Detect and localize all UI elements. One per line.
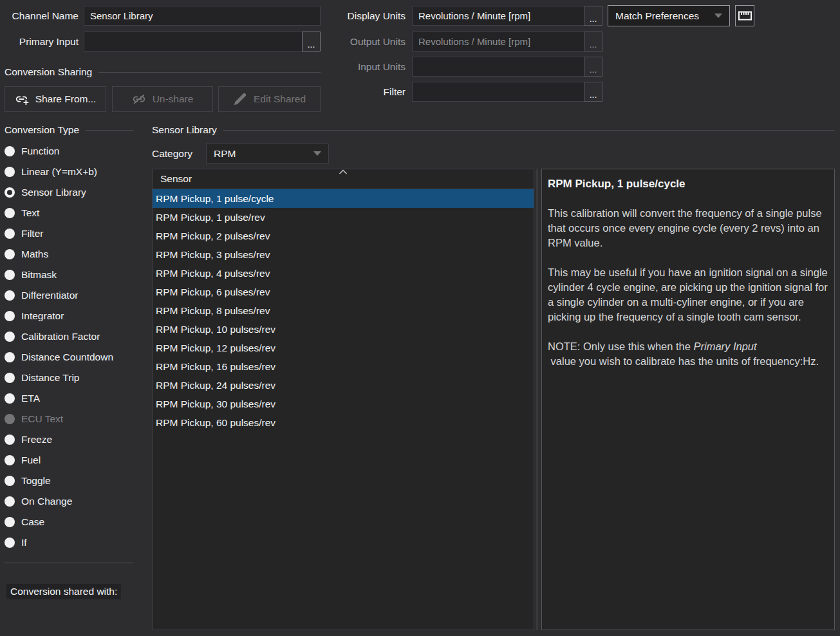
display-units-label: Display Units [325,6,406,26]
conversion-type-option[interactable]: Filter [5,223,146,244]
conversion-type-option[interactable]: ETA [5,388,146,409]
radio-icon [5,270,15,280]
table-row[interactable]: RPM Pickup, 30 pulses/rev [153,395,534,413]
channel-name-input[interactable]: Sensor Library [84,6,321,26]
table-row[interactable]: RPM Pickup, 3 pulses/rev [153,245,534,264]
sensor-column-header[interactable]: Sensor [153,169,534,189]
conversion-type-option[interactable]: Maths [5,244,146,265]
units-ruler-button[interactable] [735,5,754,26]
conversion-type-title: Conversion Type [5,124,79,136]
table-row[interactable]: RPM Pickup, 6 pulses/rev [153,283,534,301]
add-link-icon [15,92,29,106]
input-units-label: Input Units [325,57,406,77]
radio-icon [5,373,15,383]
conversion-type-option-label: Linear (Y=mX+b) [21,166,97,178]
radio-icon [5,290,15,301]
radio-icon [5,249,15,259]
category-dropdown[interactable]: RPM [206,144,329,164]
table-row[interactable]: RPM Pickup, 2 pulses/rev [153,227,534,245]
unshare-button: Un-share [112,86,213,112]
edit-shared-label: Edit Shared [254,93,306,105]
radio-icon [5,435,15,445]
conversion-type-option[interactable]: Calibration Factor [5,326,146,347]
conversion-type-option[interactable]: Freeze [5,429,146,450]
radio-icon [5,167,15,177]
radio-icon [5,352,15,362]
conversion-type-option[interactable]: On Change [5,491,146,512]
table-row[interactable]: RPM Pickup, 8 pulses/rev [153,301,534,320]
display-units-input[interactable]: Revolutions / Minute [rpm] [412,6,584,26]
conversion-type-option-label: Filter [21,228,43,239]
chevron-down-icon [313,151,321,156]
note-prefix: NOTE: Only use this when the [548,341,694,352]
table-row[interactable]: RPM Pickup, 24 pulses/rev [153,376,534,395]
display-units-browse-button[interactable]: ... [584,6,602,26]
table-row[interactable]: RPM Pickup, 1 pulse/cycle [153,189,534,208]
table-row[interactable]: RPM Pickup, 12 pulses/rev [153,339,534,357]
sensor-list: RPM Pickup, 1 pulse/cycleRPM Pickup, 1 p… [153,189,534,432]
primary-input-label: Primary Input [5,32,79,51]
match-preferences-dropdown[interactable]: Match Preferences [608,5,730,26]
table-row[interactable]: RPM Pickup, 60 pulses/rev [153,413,534,432]
conversion-type-option-label: Function [21,145,59,157]
note-suffix: value you wish to calibrate has the unit… [548,355,819,367]
conversion-type-header: Conversion Type [5,124,133,136]
radio-icon [5,311,15,321]
table-row[interactable]: RPM Pickup, 1 pulse/rev [153,208,534,227]
output-units-browse-button: ... [584,32,602,51]
conversion-type-list: FunctionLinear (Y=mX+b)Sensor LibraryTex… [5,141,146,553]
radio-icon [5,146,15,156]
sensor-column-header-label: Sensor [160,173,192,184]
conversion-type-option[interactable]: Sensor Library [5,182,146,203]
category-label: Category [152,144,198,164]
conversion-type-option[interactable]: Function [5,141,146,162]
match-preferences-value: Match Preferences [615,10,699,22]
radio-icon [5,538,15,548]
conversion-type-option[interactable]: Toggle [5,471,146,491]
table-row[interactable]: RPM Pickup, 4 pulses/rev [153,264,534,283]
conversion-type-option-label: Differentiator [21,290,78,301]
conversion-type-option[interactable]: Linear (Y=mX+b) [5,162,146,182]
unlink-icon [132,92,146,106]
conversion-type-option-label: Bitmask [21,269,57,281]
chevron-down-icon [714,14,722,18]
detail-title: RPM Pickup, 1 pulse/cycle [548,178,828,191]
detail-paragraph: This calibration will convert the freque… [548,206,828,250]
conversion-type-option-label: ECU Text [21,413,63,425]
conversion-type-option[interactable]: Bitmask [5,265,146,285]
splitter[interactable] [536,169,538,630]
conversion-type-option[interactable]: Distance Countdown [5,347,146,368]
conversion-type-option[interactable]: Fuel [5,450,146,471]
conversion-shared-with-label: Conversion shared with: [6,584,121,599]
conversion-type-option[interactable]: Case [5,512,146,532]
conversion-type-option-label: Text [21,207,39,219]
note-italic: Primary Input [694,341,757,352]
filter-browse-button[interactable]: ... [584,82,602,102]
conversion-type-option[interactable]: Distance Trip [5,368,146,388]
primary-input-field[interactable] [84,32,302,51]
table-row[interactable]: RPM Pickup, 16 pulses/rev [153,357,534,376]
conversion-type-option-label: ETA [21,393,40,404]
conversion-type-option-label: If [21,537,27,548]
share-from-button[interactable]: Share From... [5,86,106,112]
display-units-value: Revolutions / Minute [rpm] [418,10,530,21]
conversion-type-option[interactable]: If [5,532,146,553]
conversion-type-option[interactable]: Integrator [5,306,146,326]
radio-icon [5,476,15,486]
radio-icon [5,496,15,507]
header-rule [223,130,835,131]
conversion-type-option-label: Sensor Library [21,187,86,198]
conversion-type-option[interactable]: Text [5,203,146,223]
unshare-label: Un-share [153,93,194,105]
table-row[interactable]: RPM Pickup, 10 pulses/rev [153,320,534,339]
channel-name-label: Channel Name [5,6,79,26]
sensor-library-title: Sensor Library [152,124,217,136]
detail-note: NOTE: Only use this when the Primary Inp… [548,339,828,369]
filter-input[interactable] [412,82,584,102]
primary-input-browse-button[interactable]: ... [302,32,321,51]
detail-paragraph: This may be useful if you have an igniti… [548,265,828,324]
radio-icon [5,393,15,404]
output-units-label: Output Units [325,32,406,51]
conversion-type-option[interactable]: Differentiator [5,285,146,306]
conversion-type-option-label: Toggle [21,475,51,487]
